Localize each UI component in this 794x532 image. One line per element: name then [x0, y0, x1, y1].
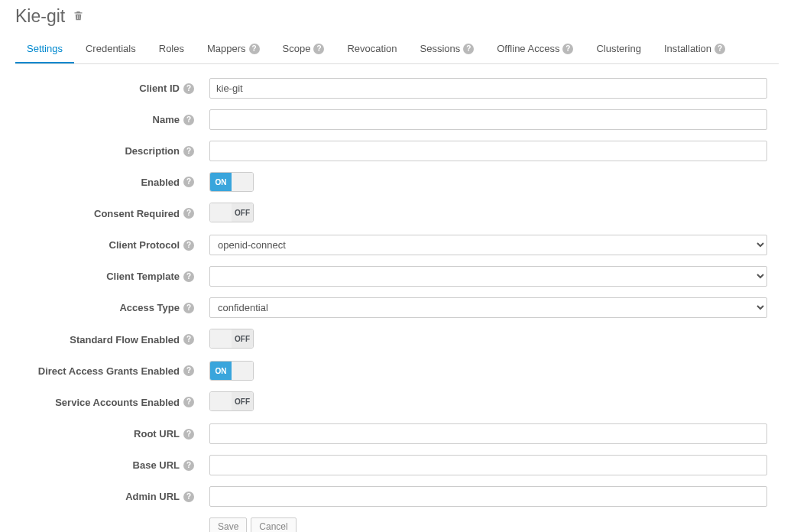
tab-label: Roles [159, 43, 184, 54]
tab-mappers[interactable]: Mappers? [196, 36, 271, 63]
access-type-label: Access Type? [15, 302, 209, 313]
toggle-off-label: OFF [232, 392, 253, 410]
tab-clustering[interactable]: Clustering [585, 36, 653, 63]
tab-credentials[interactable]: Credentials [74, 36, 147, 63]
client-id-input[interactable] [209, 78, 767, 99]
tab-label: Clustering [596, 43, 641, 54]
consent-required-toggle[interactable]: OFF [209, 203, 254, 222]
standard-flow-label: Standard Flow Enabled? [15, 334, 209, 345]
help-icon[interactable]: ? [183, 208, 194, 219]
help-icon[interactable]: ? [183, 240, 194, 251]
help-icon[interactable]: ? [183, 365, 194, 376]
toggle-off-label: OFF [232, 329, 253, 348]
root-url-input[interactable] [209, 423, 767, 444]
tab-settings[interactable]: Settings [15, 36, 74, 63]
trash-icon[interactable] [73, 10, 84, 24]
name-input[interactable] [209, 109, 767, 130]
page-header: Kie-git [15, 6, 779, 27]
enabled-label: Enabled? [15, 177, 209, 188]
toggle-off-label: OFF [232, 203, 253, 222]
cancel-button[interactable]: Cancel [251, 517, 296, 532]
save-button[interactable]: Save [209, 517, 247, 532]
service-accounts-toggle[interactable]: OFF [209, 391, 254, 411]
client-protocol-select[interactable]: openid-connect [209, 235, 767, 255]
help-icon[interactable]: ? [463, 44, 474, 54]
standard-flow-toggle[interactable]: OFF [209, 329, 254, 349]
description-label: Description? [15, 145, 209, 157]
access-type-select[interactable]: confidential [209, 297, 767, 318]
tabs: SettingsCredentialsRolesMappers?Scope?Re… [15, 36, 779, 64]
tab-label: Settings [27, 43, 63, 54]
help-icon[interactable]: ? [183, 83, 194, 94]
service-accounts-label: Service Accounts Enabled? [15, 397, 209, 408]
help-icon[interactable]: ? [715, 44, 725, 54]
settings-form: Client ID? Name? Description? Enabled? O… [15, 78, 779, 532]
direct-grants-toggle[interactable]: ON [209, 361, 254, 381]
toggle-on-label: ON [210, 173, 232, 191]
client-protocol-label: Client Protocol? [15, 239, 209, 251]
tab-scope[interactable]: Scope? [271, 36, 336, 63]
help-icon[interactable]: ? [183, 115, 194, 125]
tab-label: Credentials [86, 43, 136, 54]
tab-label: Offline Access [497, 43, 559, 54]
tab-revocation[interactable]: Revocation [335, 36, 408, 63]
name-label: Name? [15, 114, 209, 125]
tab-label: Installation [664, 43, 711, 54]
help-icon[interactable]: ? [183, 460, 194, 471]
base-url-input[interactable] [209, 455, 767, 475]
help-icon[interactable]: ? [183, 271, 194, 282]
help-icon[interactable]: ? [183, 146, 194, 157]
tab-label: Revocation [347, 43, 397, 54]
help-icon[interactable]: ? [183, 334, 194, 345]
enabled-toggle[interactable]: ON [209, 172, 254, 192]
tab-offline-access[interactable]: Offline Access? [485, 36, 585, 63]
direct-grants-label: Direct Access Grants Enabled? [15, 365, 209, 377]
help-icon[interactable]: ? [183, 491, 194, 502]
tab-sessions[interactable]: Sessions? [409, 36, 486, 63]
description-input[interactable] [209, 141, 767, 161]
base-url-label: Base URL? [15, 459, 209, 471]
tab-label: Scope [283, 43, 311, 54]
client-template-select[interactable] [209, 266, 767, 287]
consent-required-label: Consent Required? [15, 208, 209, 219]
help-icon[interactable]: ? [562, 44, 573, 54]
toggle-on-label: ON [210, 362, 232, 380]
client-id-label: Client ID? [15, 83, 209, 94]
page-title: Kie-git [15, 6, 65, 27]
tab-roles[interactable]: Roles [147, 36, 196, 63]
tab-label: Mappers [207, 43, 246, 54]
help-icon[interactable]: ? [249, 44, 260, 54]
help-icon[interactable]: ? [183, 303, 194, 313]
help-icon[interactable]: ? [313, 44, 324, 54]
help-icon[interactable]: ? [183, 397, 194, 407]
root-url-label: Root URL? [15, 428, 209, 440]
help-icon[interactable]: ? [183, 429, 194, 440]
admin-url-label: Admin URL? [15, 491, 209, 502]
admin-url-input[interactable] [209, 486, 767, 507]
tab-label: Sessions [420, 43, 461, 54]
help-icon[interactable]: ? [183, 177, 194, 187]
client-template-label: Client Template? [15, 271, 209, 282]
tab-installation[interactable]: Installation? [653, 36, 737, 63]
